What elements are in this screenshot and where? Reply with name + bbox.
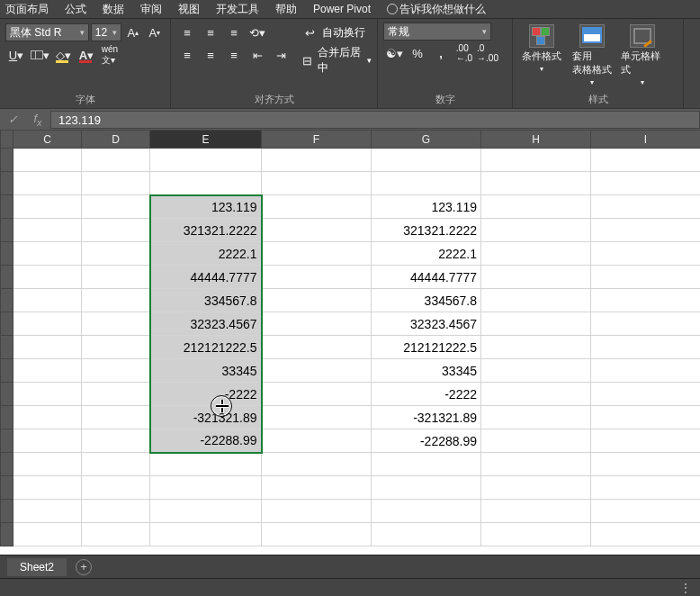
col-header-D[interactable]: D — [82, 131, 150, 149]
cell[interactable] — [481, 149, 591, 172]
cell[interactable] — [82, 195, 150, 219]
cell[interactable] — [262, 383, 372, 406]
cell[interactable] — [591, 383, 701, 406]
cell[interactable]: 2222.1 — [372, 242, 481, 266]
menu-data[interactable]: 数据 — [103, 2, 124, 17]
cell[interactable] — [82, 476, 150, 500]
cell[interactable] — [13, 195, 82, 219]
cell[interactable] — [481, 453, 591, 476]
menu-dev-tools[interactable]: 开发工具 — [216, 2, 259, 17]
status-dots-icon[interactable]: ⋮ — [680, 582, 691, 594]
cell[interactable] — [481, 500, 591, 523]
currency-icon[interactable]: ☯▾ — [383, 43, 405, 63]
cell[interactable]: -2222 — [372, 383, 481, 406]
cell[interactable] — [82, 312, 150, 336]
cell[interactable]: 2222.1 — [150, 242, 262, 266]
increase-decimal-icon[interactable]: .00←.0 — [453, 43, 475, 63]
decrease-font-icon[interactable]: A▾ — [145, 23, 165, 42]
cell[interactable] — [13, 242, 82, 266]
menu-view[interactable]: 视图 — [178, 2, 200, 17]
formula-fx-icon[interactable]: fx — [25, 112, 50, 128]
cell[interactable] — [13, 312, 82, 336]
col-header-E[interactable]: E — [150, 131, 262, 149]
cell[interactable] — [13, 383, 82, 406]
cell[interactable] — [150, 172, 262, 195]
cell[interactable] — [262, 336, 372, 359]
cell[interactable] — [262, 149, 372, 172]
align-top-icon[interactable]: ≡ — [176, 23, 198, 42]
cell[interactable] — [262, 172, 372, 195]
menu-help[interactable]: 帮助 — [275, 2, 297, 17]
new-sheet-button[interactable]: + — [76, 559, 92, 575]
cell[interactable] — [591, 476, 701, 500]
cell[interactable] — [150, 149, 262, 172]
cell[interactable] — [82, 336, 150, 359]
cell[interactable] — [262, 266, 372, 289]
cell[interactable] — [82, 500, 150, 523]
cell[interactable] — [82, 172, 150, 195]
cell[interactable] — [481, 289, 591, 312]
comma-icon[interactable]: , — [430, 43, 452, 63]
font-name-combo[interactable]: 黑体 Std R▾ — [5, 23, 89, 41]
cell[interactable] — [481, 523, 591, 546]
percent-icon[interactable]: % — [407, 43, 428, 63]
cell[interactable] — [591, 312, 701, 336]
cell[interactable] — [591, 219, 701, 242]
increase-indent-icon[interactable]: ⇥ — [270, 45, 292, 65]
cell[interactable] — [13, 172, 82, 195]
cell-style-button[interactable]: 单元格样式▾ — [619, 23, 666, 90]
cell[interactable] — [591, 266, 701, 289]
cell[interactable]: -321321.89 — [150, 406, 262, 429]
col-header-H[interactable]: H — [481, 131, 591, 149]
cell[interactable] — [481, 336, 591, 359]
cell[interactable]: 212121222.5 — [372, 336, 481, 359]
cell[interactable] — [262, 500, 372, 523]
cell[interactable]: 123.119 — [372, 195, 481, 219]
cell[interactable] — [591, 523, 701, 546]
sheet-tab-sheet2[interactable]: Sheet2 — [7, 558, 67, 576]
fill-color-icon[interactable]: ◇▾ — [52, 45, 74, 65]
number-format-combo[interactable]: 常规▾ — [383, 23, 491, 41]
cell[interactable] — [591, 429, 701, 453]
cell[interactable] — [481, 242, 591, 266]
cell[interactable] — [150, 500, 262, 523]
cell[interactable] — [262, 453, 372, 476]
cell[interactable]: 33345 — [150, 359, 262, 383]
conditional-format-button[interactable]: 条件格式▾ — [518, 23, 565, 90]
cell[interactable] — [262, 429, 372, 453]
cell[interactable] — [262, 289, 372, 312]
cell[interactable] — [262, 523, 372, 546]
spreadsheet-area[interactable]: C D E F G H I 123.119123.119321321.22223… — [0, 130, 700, 555]
align-middle-icon[interactable]: ≡ — [200, 23, 221, 42]
cell[interactable] — [481, 406, 591, 429]
cell[interactable] — [591, 242, 701, 266]
col-header-C[interactable]: C — [13, 131, 82, 149]
underline-icon[interactable]: U▾ — [5, 45, 27, 65]
cell[interactable] — [82, 523, 150, 546]
wrap-text-button[interactable]: ↩ 自动换行 — [299, 23, 372, 42]
cell[interactable]: 32323.4567 — [150, 312, 262, 336]
align-bottom-icon[interactable]: ≡ — [223, 23, 245, 42]
cell[interactable] — [372, 453, 481, 476]
formula-check-icon[interactable]: ✓ — [0, 113, 25, 126]
cell[interactable]: 44444.7777 — [372, 266, 481, 289]
cell[interactable]: 212121222.5 — [150, 336, 262, 359]
cell[interactable]: 44444.7777 — [150, 266, 262, 289]
cell[interactable] — [82, 406, 150, 429]
cell[interactable] — [481, 383, 591, 406]
cell[interactable] — [262, 476, 372, 500]
orientation-icon[interactable]: ⟲▾ — [247, 23, 268, 42]
merge-center-button[interactable]: ⊟ 合并后居中 ▾ — [299, 45, 372, 76]
align-center-icon[interactable]: ≡ — [200, 45, 221, 65]
cell[interactable] — [591, 172, 701, 195]
cell[interactable] — [372, 500, 481, 523]
col-header-G[interactable]: G — [372, 131, 481, 149]
cell[interactable] — [82, 429, 150, 453]
cell[interactable] — [82, 289, 150, 312]
select-all-corner[interactable] — [1, 131, 13, 149]
cell[interactable] — [262, 242, 372, 266]
align-left-icon[interactable]: ≡ — [176, 45, 198, 65]
cell[interactable] — [372, 172, 481, 195]
align-right-icon[interactable]: ≡ — [223, 45, 245, 65]
cell[interactable] — [13, 149, 82, 172]
